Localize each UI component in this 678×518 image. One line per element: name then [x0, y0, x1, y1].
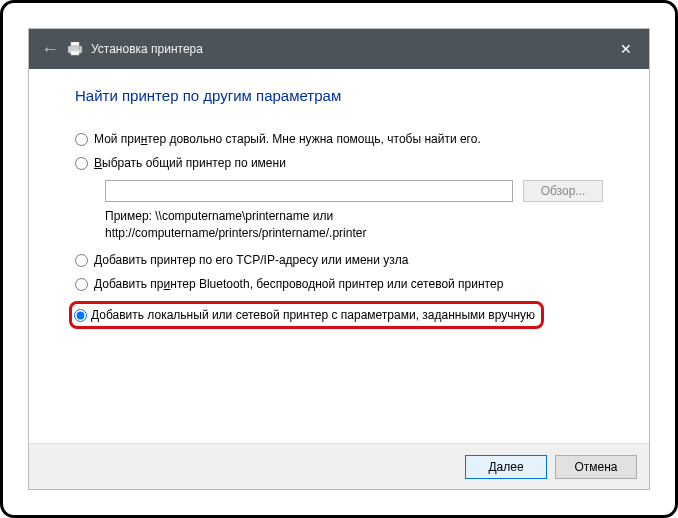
option-shared-printer-label: Выбрать общий принтер по имени	[94, 156, 286, 170]
titlebar: ← Установка принтера ✕	[29, 29, 649, 69]
highlight-manual-option: Добавить локальный или сетевой принтер с…	[69, 301, 544, 329]
radio-tcpip[interactable]	[75, 254, 88, 267]
shared-printer-subblock: Обзор... Пример: \\computername\printern…	[105, 180, 603, 243]
option-old-printer-label: Мой принтер довольно старый. Мне нужна п…	[94, 132, 481, 146]
shared-printer-example: Пример: \\computername\printername или h…	[105, 208, 603, 243]
window-title: Установка принтера	[91, 42, 203, 56]
svg-point-3	[79, 47, 81, 49]
next-button[interactable]: Далее	[465, 455, 547, 479]
dialog-content: Найти принтер по другим параметрам Мой п…	[29, 69, 649, 443]
option-bluetooth-label: Добавить принтер Bluetooth, беспроводной…	[94, 277, 503, 291]
svg-rect-2	[71, 51, 79, 55]
close-icon: ✕	[620, 41, 632, 57]
radio-manual[interactable]	[74, 309, 87, 322]
option-tcpip[interactable]: Добавить принтер по его TCP/IP-адресу ил…	[75, 253, 603, 267]
printer-install-dialog: ← Установка принтера ✕ Найти принтер по …	[28, 28, 650, 490]
radio-bluetooth[interactable]	[75, 278, 88, 291]
cancel-button[interactable]: Отмена	[555, 455, 637, 479]
close-button[interactable]: ✕	[603, 29, 649, 69]
option-old-printer[interactable]: Мой принтер довольно старый. Мне нужна п…	[75, 132, 603, 146]
page-title: Найти принтер по другим параметрам	[75, 87, 603, 104]
dialog-footer: Далее Отмена	[29, 443, 649, 489]
browse-button: Обзор...	[523, 180, 603, 202]
option-bluetooth[interactable]: Добавить принтер Bluetooth, беспроводной…	[75, 277, 603, 291]
option-tcpip-label: Добавить принтер по его TCP/IP-адресу ил…	[94, 253, 408, 267]
example-line2: http://computername/printers/printername…	[105, 225, 603, 242]
radio-shared-printer[interactable]	[75, 157, 88, 170]
option-shared-printer[interactable]: Выбрать общий принтер по имени	[75, 156, 603, 170]
shared-printer-name-input[interactable]	[105, 180, 513, 202]
back-arrow-icon: ←	[41, 39, 59, 60]
shared-printer-input-row: Обзор...	[105, 180, 603, 202]
printer-icon	[67, 42, 83, 56]
example-line1: Пример: \\computername\printername или	[105, 208, 603, 225]
option-manual[interactable]: Добавить локальный или сетевой принтер с…	[74, 308, 535, 322]
svg-rect-0	[71, 42, 79, 46]
option-manual-label: Добавить локальный или сетевой принтер с…	[91, 308, 535, 322]
radio-old-printer[interactable]	[75, 133, 88, 146]
